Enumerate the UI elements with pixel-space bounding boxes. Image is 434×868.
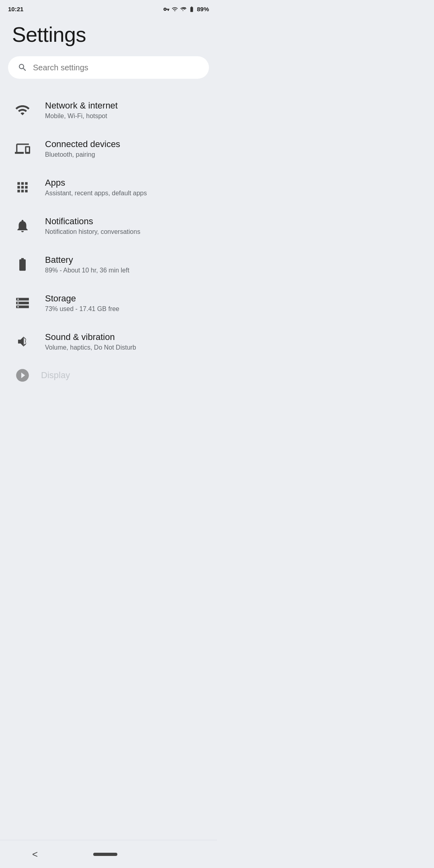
notifications-title: Notifications xyxy=(45,216,140,227)
battery-status-icon xyxy=(188,6,195,12)
signal-icon: R xyxy=(180,6,186,12)
settings-item-storage[interactable]: Storage 73% used - 17.41 GB free xyxy=(0,284,217,322)
network-subtitle: Mobile, Wi-Fi, hotspot xyxy=(45,113,118,120)
connected-devices-title: Connected devices xyxy=(45,139,120,149)
notifications-icon xyxy=(12,215,33,236)
network-title: Network & internet xyxy=(45,100,118,111)
apps-subtitle: Assistant, recent apps, default apps xyxy=(45,190,147,197)
apps-title: Apps xyxy=(45,178,147,188)
battery-title: Battery xyxy=(45,255,129,265)
search-bar[interactable] xyxy=(8,56,209,79)
settings-item-notifications[interactable]: Notifications Notification history, conv… xyxy=(0,207,217,245)
display-peek-section: Display xyxy=(0,361,217,418)
key-icon xyxy=(163,6,170,12)
network-icon xyxy=(12,100,33,121)
apps-icon xyxy=(12,177,33,198)
settings-item-connected-devices[interactable]: Connected devices Bluetooth, pairing xyxy=(0,129,217,168)
search-icon xyxy=(18,63,27,72)
storage-subtitle: 73% used - 17.41 GB free xyxy=(45,305,119,313)
wifi-icon xyxy=(172,6,178,12)
settings-item-apps[interactable]: Apps Assistant, recent apps, default app… xyxy=(0,168,217,207)
connected-devices-subtitle: Bluetooth, pairing xyxy=(45,151,120,158)
sound-title: Sound & vibration xyxy=(45,332,136,342)
settings-item-sound[interactable]: Sound & vibration Volume, haptics, Do No… xyxy=(0,322,217,361)
devices-icon xyxy=(12,138,33,159)
settings-list: Network & internet Mobile, Wi-Fi, hotspo… xyxy=(0,91,217,361)
status-icons: R 89% xyxy=(163,6,209,12)
sound-icon xyxy=(12,331,33,352)
storage-title: Storage xyxy=(45,293,119,304)
battery-subtitle: 89% - About 10 hr, 36 min left xyxy=(45,267,129,274)
status-time: 10:21 xyxy=(8,6,26,12)
settings-item-battery[interactable]: Battery 89% - About 10 hr, 36 min left xyxy=(0,245,217,284)
display-peek-label: Display xyxy=(41,370,70,381)
notifications-subtitle: Notification history, conversations xyxy=(45,228,140,235)
sound-subtitle: Volume, haptics, Do Not Disturb xyxy=(45,344,136,351)
status-bar: 10:21 R 89% xyxy=(0,0,217,16)
page-title: Settings xyxy=(0,16,217,56)
storage-icon xyxy=(12,293,33,313)
display-peek-icon xyxy=(12,365,33,386)
battery-icon xyxy=(12,254,33,275)
search-input[interactable] xyxy=(33,63,199,72)
settings-item-network[interactable]: Network & internet Mobile, Wi-Fi, hotspo… xyxy=(0,91,217,129)
